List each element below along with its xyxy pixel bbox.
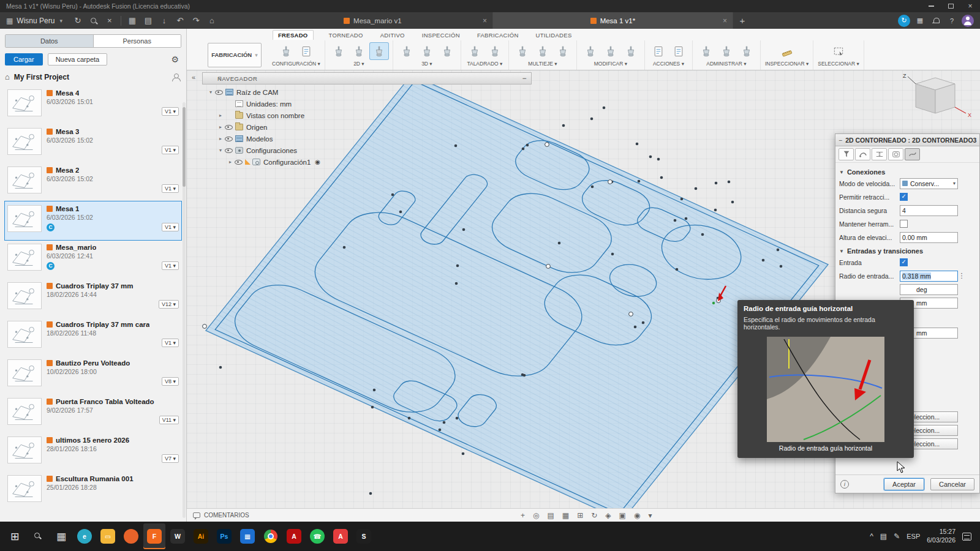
app-tiles-icon[interactable]: ▦ xyxy=(236,523,258,549)
toolpath-point[interactable] xyxy=(371,406,374,409)
version-badge[interactable]: V1 ▾ xyxy=(162,107,179,116)
tree-node[interactable]: ▾Configuraciones xyxy=(202,144,532,156)
toolpath-point[interactable] xyxy=(562,124,565,127)
toolpath-point[interactable] xyxy=(777,249,780,252)
minimize-button[interactable] xyxy=(921,0,941,12)
toolpath-point[interactable] xyxy=(660,176,663,179)
expander-icon[interactable]: ▸ xyxy=(217,113,224,118)
toolpath-point[interactable] xyxy=(657,158,660,161)
toolpath-point[interactable] xyxy=(649,156,652,159)
multiaxis-contour-icon[interactable] xyxy=(533,43,552,59)
data-panel-tab-datos[interactable]: Datos xyxy=(6,35,93,47)
parallel-icon[interactable] xyxy=(438,43,456,59)
rotary-icon[interactable] xyxy=(554,43,572,59)
close-tab-icon[interactable]: × xyxy=(483,17,487,25)
version-badge[interactable]: V1 ▾ xyxy=(162,146,179,154)
version-badge[interactable]: V1 ▾ xyxy=(162,184,179,193)
new-folder-button[interactable]: Nueva carpeta xyxy=(48,53,108,66)
panel-scrollbar[interactable] xyxy=(183,102,186,518)
toolpath-point[interactable] xyxy=(695,187,698,190)
expander-icon[interactable]: ▾ xyxy=(207,89,214,95)
toolpath-point[interactable] xyxy=(591,186,594,189)
ok-button[interactable]: Aceptar xyxy=(884,478,924,490)
window-select-icon[interactable] xyxy=(829,43,848,59)
ribbon-group-label[interactable]: MULTIEJE ▾ xyxy=(528,61,557,67)
dialog-tab-linking[interactable] xyxy=(905,148,920,160)
parameter-input[interactable]: 0.318 mm xyxy=(900,271,958,282)
task-view-button[interactable]: ▦ xyxy=(50,523,72,549)
ribbon-group-label[interactable]: 3D ▾ xyxy=(421,61,432,67)
sync-icon[interactable]: ↻ xyxy=(70,14,86,28)
ribbon-group-label[interactable]: CONFIGURACIÓN ▾ xyxy=(272,61,320,67)
pen-icon[interactable]: ✎ xyxy=(894,532,900,541)
toolpath-point[interactable] xyxy=(443,421,446,424)
ribbon-group-label[interactable]: TALADRADO ▾ xyxy=(467,61,502,67)
toolpath-point[interactable] xyxy=(714,209,717,212)
extensions-icon[interactable]: ▦ xyxy=(914,15,926,27)
view-cube[interactable]: Z X xyxy=(903,73,971,118)
close-panel-icon[interactable]: × xyxy=(102,14,118,28)
more-icon[interactable]: ▾ xyxy=(648,511,652,520)
ribbon-tab-inspección[interactable]: INSPECCIÓN xyxy=(420,31,462,40)
toolpath-point[interactable] xyxy=(391,193,394,197)
list-item[interactable]: Mesa 16/03/2026 15:02CV1 ▾ xyxy=(5,201,181,240)
parameter-checkbox[interactable] xyxy=(900,220,908,228)
dialog-tab-heights[interactable] xyxy=(872,148,887,160)
job-status-icon[interactable]: ↻ xyxy=(898,15,910,27)
drill-icon[interactable] xyxy=(466,43,484,59)
toolpath-point[interactable] xyxy=(523,374,526,377)
tool-library-icon[interactable] xyxy=(697,43,715,59)
panel-settings-icon[interactable]: ⚙ xyxy=(171,54,181,64)
edge-icon[interactable]: e xyxy=(74,523,96,549)
parameter-input[interactable]: deg xyxy=(900,284,958,295)
visibility-eye-icon[interactable] xyxy=(224,146,233,154)
illustrator-icon[interactable]: Ai xyxy=(190,523,212,549)
dialog-tab-geometry[interactable] xyxy=(855,148,870,160)
new-tab-button[interactable]: + xyxy=(733,12,752,29)
version-badge[interactable]: V12 ▾ xyxy=(159,300,179,309)
document-tab[interactable]: Mesa 1 v1*× xyxy=(493,12,733,29)
parameter-checkbox[interactable] xyxy=(900,258,908,266)
display-settings-icon[interactable]: ▤ xyxy=(548,511,554,520)
visibility-eye-icon[interactable] xyxy=(214,88,223,96)
3d-pocket-icon[interactable] xyxy=(418,43,436,59)
apps-grid-icon[interactable]: ▦ xyxy=(124,14,140,28)
toolpath-point[interactable] xyxy=(462,452,465,455)
camera-icon[interactable]: ▣ xyxy=(619,511,626,520)
home-icon[interactable]: ⌂ xyxy=(204,14,220,28)
acrobat-icon[interactable]: A xyxy=(283,523,305,549)
toolpath-point[interactable] xyxy=(762,259,765,262)
toolpath-point[interactable] xyxy=(408,417,411,420)
tree-node[interactable]: ▸Vistas con nombre xyxy=(202,110,532,121)
minimize-browser-icon[interactable]: − xyxy=(522,74,527,83)
dialog-header[interactable]: − 2D CONTORNEADO : 2D CONTORNEADO3 xyxy=(835,134,979,146)
info-icon[interactable]: i xyxy=(840,480,849,489)
parameter-input[interactable]: 0.00 mm xyxy=(900,232,958,243)
ribbon-group-label[interactable]: INSPECCIONAR ▾ xyxy=(765,61,809,67)
setup-sheet-icon[interactable] xyxy=(669,43,688,59)
toolpath-point[interactable] xyxy=(636,143,639,146)
parameter-menu-icon[interactable]: ⋮ xyxy=(958,272,965,280)
chrome-icon[interactable] xyxy=(260,523,282,549)
clock[interactable]: 15:27 6/03/2026 xyxy=(927,528,956,544)
version-badge[interactable]: V8 ▾ xyxy=(162,377,179,386)
toolpath-point[interactable] xyxy=(685,217,688,220)
start-button[interactable]: ⊞ xyxy=(4,523,26,549)
toolpath-point[interactable] xyxy=(680,198,684,201)
notifications-bell-icon[interactable] xyxy=(930,15,942,27)
2d-contour-icon[interactable] xyxy=(370,43,388,59)
toolpath-point[interactable] xyxy=(701,233,704,236)
face-mill-icon[interactable] xyxy=(350,43,368,59)
version-badge[interactable]: V1 ▾ xyxy=(162,223,179,231)
drag-grip-icon[interactable]: ≡ xyxy=(218,75,222,81)
help-icon[interactable]: ? xyxy=(946,15,958,27)
project-members-icon[interactable] xyxy=(172,73,181,81)
toolpath-point[interactable] xyxy=(369,492,372,495)
version-badge[interactable]: V1 ▾ xyxy=(162,339,179,347)
toolpath-point[interactable] xyxy=(674,219,677,222)
tree-node[interactable]: ▾Raíz de CAM xyxy=(202,86,532,98)
app-w-icon[interactable]: W xyxy=(167,523,189,549)
close-tab-icon[interactable]: × xyxy=(723,17,727,25)
undo-icon[interactable]: ↶ xyxy=(172,14,188,28)
2d-pocket-icon[interactable] xyxy=(330,43,348,59)
